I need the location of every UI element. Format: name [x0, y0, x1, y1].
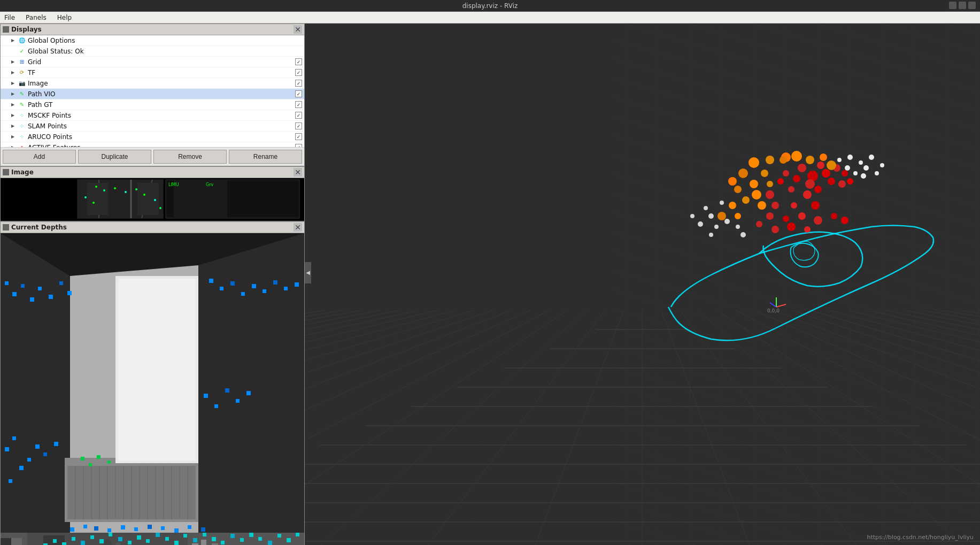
- menu-file[interactable]: File: [2, 13, 17, 22]
- visibility-checkbox[interactable]: [295, 58, 302, 65]
- visibility-checkbox[interactable]: [295, 122, 302, 129]
- window-controls[interactable]: [949, 2, 976, 9]
- svg-rect-62: [5, 281, 9, 285]
- svg-rect-78: [295, 282, 299, 287]
- tree-item-grid[interactable]: ▶ ⊞ Grid: [1, 57, 304, 67]
- svg-rect-66: [38, 287, 42, 290]
- svg-rect-55: [12, 436, 16, 440]
- visibility-checkbox[interactable]: [295, 69, 302, 76]
- svg-rect-96: [89, 463, 92, 466]
- displays-panel: Displays ✕ ▶ 🌐 Global Options ✓ Global: [0, 24, 305, 166]
- item-label: Global Status: Ok: [28, 48, 302, 55]
- visibility-checkbox[interactable]: [295, 80, 302, 87]
- points-icon: ⁘: [18, 111, 26, 120]
- svg-point-14: [84, 196, 87, 198]
- svg-rect-87: [107, 528, 111, 532]
- tree-item-slam-points[interactable]: ▶ ⁘ SLAM Points: [1, 121, 304, 132]
- svg-rect-89: [134, 527, 138, 531]
- svg-marker-23: [1, 233, 70, 545]
- menu-panels[interactable]: Panels: [24, 13, 49, 22]
- svg-rect-71: [220, 287, 223, 290]
- svg-point-9: [103, 189, 105, 191]
- watermark: https://blog.csdn.net/hongliyu_lvliyu: [867, 534, 974, 541]
- tree-item-path-vio[interactable]: ▶ ✎ Path VIO: [1, 89, 304, 99]
- left-panel: Displays ✕ ▶ 🌐 Global Options ✓ Global: [0, 24, 305, 545]
- rename-button[interactable]: Rename: [229, 150, 302, 164]
- minimize-button[interactable]: [949, 2, 956, 9]
- tree-item-active-features[interactable]: ▶ ✦ ACTIVE Features: [1, 142, 304, 148]
- depth-image-view: SIM: [1, 233, 304, 545]
- svg-rect-109: [137, 535, 141, 540]
- visibility-checkbox[interactable]: [295, 133, 302, 140]
- svg-rect-47: [11, 538, 22, 545]
- add-button[interactable]: Add: [3, 150, 76, 164]
- svg-rect-19: [174, 180, 227, 218]
- visibility-checkbox[interactable]: [295, 90, 302, 97]
- titlebar: display.rviz - RViz: [0, 0, 980, 12]
- grid-icon: ⊞: [18, 58, 26, 66]
- visibility-checkbox[interactable]: [295, 112, 302, 119]
- depth-panel-close[interactable]: ✕: [294, 223, 302, 232]
- svg-rect-115: [193, 538, 197, 542]
- svg-rect-74: [252, 284, 256, 288]
- svg-text:LIMU: LIMU: [168, 182, 179, 187]
- tree-item-aruco-points[interactable]: ▶ ⁘ ARUCO Points: [1, 132, 304, 142]
- image-panel-close[interactable]: ✕: [294, 168, 302, 176]
- right-3d-panel[interactable]: 0,0,0 https://blog.csdn.net/hongliyu_lvl…: [305, 24, 980, 545]
- visibility-checkbox[interactable]: [295, 144, 302, 148]
- svg-rect-113: [174, 541, 179, 545]
- svg-rect-107: [118, 537, 122, 541]
- close-button[interactable]: [968, 2, 976, 9]
- depth-panel-icon: [3, 224, 9, 231]
- svg-rect-72: [230, 281, 235, 286]
- depth-panel-title: Current Depths: [11, 224, 67, 231]
- svg-rect-117: [212, 537, 216, 541]
- globe-icon: 🌐: [18, 36, 26, 45]
- svg-point-11: [125, 191, 127, 193]
- svg-rect-85: [83, 525, 87, 528]
- star-icon: ✦: [18, 143, 26, 148]
- expand-icon: ▶: [11, 70, 18, 75]
- tree-item-path-gt[interactable]: ▶ ✎ Path GT: [1, 99, 304, 110]
- svg-rect-97: [97, 455, 101, 459]
- expand-icon: ▶: [11, 38, 18, 43]
- points-icon: ⁘: [18, 133, 26, 141]
- svg-rect-81: [225, 388, 229, 393]
- item-label: TF: [28, 69, 295, 76]
- svg-rect-44: [118, 279, 196, 460]
- svg-rect-7: [137, 183, 159, 215]
- 3d-viewport[interactable]: [305, 24, 980, 545]
- displays-panel-close[interactable]: ✕: [294, 25, 302, 34]
- svg-rect-105: [99, 539, 104, 543]
- svg-rect-121: [249, 533, 253, 537]
- image-panel-icon: [3, 169, 9, 175]
- svg-point-15: [92, 202, 95, 204]
- duplicate-button[interactable]: Duplicate: [78, 150, 151, 164]
- expand-icon: ▶: [11, 134, 18, 139]
- image-panel-header: Image ✕: [1, 167, 304, 178]
- svg-rect-129: [201, 540, 206, 545]
- svg-rect-56: [19, 466, 24, 470]
- svg-rect-93: [188, 525, 191, 529]
- maximize-button[interactable]: [959, 2, 966, 9]
- check-icon: ✓: [18, 47, 26, 56]
- svg-rect-86: [94, 526, 98, 531]
- menubar: File Panels Help: [0, 12, 980, 24]
- svg-rect-100: [53, 539, 57, 543]
- collapse-handle[interactable]: ◀: [305, 262, 311, 283]
- svg-rect-6: [87, 183, 109, 215]
- tree-item-global-options[interactable]: ▶ 🌐 Global Options: [1, 35, 304, 46]
- svg-rect-123: [268, 541, 272, 545]
- tree-item-tf[interactable]: ▶ ⟳ TF: [1, 67, 304, 78]
- tree-item-image[interactable]: ▶ 📷 Image: [1, 78, 304, 89]
- visibility-checkbox[interactable]: [295, 101, 302, 108]
- remove-button[interactable]: Remove: [153, 150, 227, 164]
- display-buttons: Add Duplicate Remove Rename: [1, 148, 304, 166]
- expand-icon: ▶: [11, 124, 18, 128]
- tree-item-global-status[interactable]: ✓ Global Status: Ok: [1, 46, 304, 57]
- window-title: display.rviz - RViz: [462, 2, 518, 10]
- tree-item-msckf-points[interactable]: ▶ ⁘ MSCKF Points: [1, 110, 304, 121]
- menu-help[interactable]: Help: [55, 13, 74, 22]
- expand-icon: ▶: [11, 59, 18, 64]
- svg-point-17: [159, 207, 161, 209]
